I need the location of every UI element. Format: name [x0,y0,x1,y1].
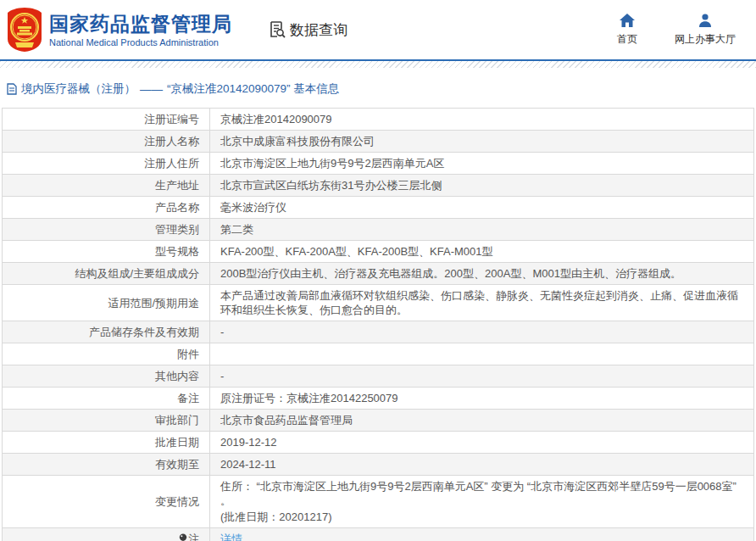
table-row: 注 详情 [3,528,754,541]
row-value: 毫米波治疗仪 [210,197,754,219]
breadcrumb: 境内医疗器械（注册） —— “京械注准20142090079” 基本信息 [0,68,756,108]
note-pin-icon [179,533,187,541]
nmpa-emblem-logo [7,7,42,53]
row-value-text [220,347,743,361]
row-value-text: 200B型治疗仪由主机、治疗器及充电器组成。200型、200A型、M001型由主… [220,266,743,281]
row-label: 适用范围/预期用途 [3,285,210,321]
org-title-cn: 国家药品监督管理局 [49,13,232,35]
row-value-text: - [220,325,743,339]
row-label: 附件 [3,343,210,365]
row-value [210,343,754,365]
data-query-label: 数据查询 [290,20,347,40]
nav-service-hall-label: 网上办事大厅 [675,32,736,47]
home-icon [620,14,635,27]
top-nav: 首页 网上办事大厅 [617,14,736,47]
row-value: 2024-12-11 [210,454,754,476]
table-row: 注册人住所 北京市海淀区上地九街9号9号2层西南单元A区 [3,153,754,175]
row-label: 产品储存条件及有效期 [3,321,210,343]
breadcrumb-detail: “京械注准20142090079” 基本信息 [167,81,339,97]
table-row: 型号规格 KFA-200型、KFA-200A型、KFA-200B型、KFA-M0… [3,241,754,263]
row-value-text: - [220,369,743,383]
row-value-text: 原注册证号：京械注准20142250079 [220,391,743,405]
table-row: 注册证编号 京械注准20142090079 [3,109,754,131]
org-titles: 国家药品监督管理局 National Medical Products Admi… [49,13,232,47]
row-value-text: 北京市食品药品监督管理局 [220,413,743,427]
table-row: 结构及组成/主要组成成分 200B型治疗仪由主机、治疗器及充电器组成。200型、… [3,263,754,285]
row-label: 型号规格 [3,241,210,263]
row-value-text: 北京市宣武区白纸坊东街31号办公楼三层北侧 [220,178,743,192]
row-label: 管理类别 [3,219,210,241]
row-label: 注 [3,528,210,541]
breadcrumb-section: 境内医疗器械（注册） [21,81,136,97]
table-row: 适用范围/预期用途 本产品通过改善局部血液循环对软组织感染、伤口感染、静脉炎、无… [3,285,754,321]
table-row: 产品名称 毫米波治疗仪 [3,197,754,219]
row-value-text: 住所： “北京市海淀区上地九街9号9号2层西南单元A区” 变更为 “北京市海淀区… [220,479,743,508]
row-label: 变更情况 [3,476,210,528]
detail-link[interactable]: 详情 [220,533,242,541]
info-table: 注册证编号 京械注准20142090079 注册人名称 北京中成康富科技股份有限… [2,108,754,541]
row-label: 其他内容 [3,365,210,388]
row-value: 2019-12-12 [210,432,754,454]
row-label: 批准日期 [3,432,210,454]
row-label: 注册证编号 [3,109,210,131]
row-value: - [210,321,754,343]
table-row: 有效期至 2024-12-11 [3,454,754,476]
nav-home-label: 首页 [617,32,637,47]
nav-service-hall[interactable]: 网上办事大厅 [675,14,736,47]
row-value-text: 京械注准20142090079 [220,112,743,126]
row-value: 北京市海淀区上地九街9号9号2层西南单元A区 [210,153,754,175]
table-row: 注册人名称 北京中成康富科技股份有限公司 [3,131,754,153]
table-row: 生产地址 北京市宣武区白纸坊东街31号办公楼三层北侧 [3,175,754,197]
document-icon [7,83,17,95]
row-value: 京械注准20142090079 [210,109,754,131]
row-label: 有效期至 [3,454,210,476]
user-icon [698,14,713,27]
row-label: 注册人住所 [3,153,210,175]
row-value: 原注册证号：京械注准20142250079 [210,388,754,410]
data-query-icon [268,20,286,39]
table-row: 其他内容 - [3,365,754,388]
row-value: 详情 [210,528,754,541]
table-row: 管理类别 第二类 [3,219,754,241]
row-value: - [210,365,754,388]
row-value: 住所： “北京市海淀区上地九街9号9号2层西南单元A区” 变更为 “北京市海淀区… [210,476,754,528]
breadcrumb-dash: —— [140,83,163,96]
row-value: 北京市食品药品监督管理局 [210,410,754,432]
row-value-text: 北京市海淀区上地九街9号9号2层西南单元A区 [220,156,743,170]
table-row: 产品储存条件及有效期 - [3,321,754,343]
org-title-en: National Medical Products Administration [49,37,232,47]
header-hatch-band [0,61,756,68]
row-value: 北京中成康富科技股份有限公司 [210,131,754,153]
row-value-text: 2024-12-11 [220,457,743,471]
row-value: KFA-200型、KFA-200A型、KFA-200B型、KFA-M001型 [210,241,754,263]
row-value-text: 北京中成康富科技股份有限公司 [220,134,743,148]
info-table-body: 注册证编号 京械注准20142090079 注册人名称 北京中成康富科技股份有限… [3,109,754,541]
row-value-text: 本产品通过改善局部血液循环对软组织感染、伤口感染、静脉炎、无菌性炎症起到消炎、止… [220,288,743,317]
row-label: 结构及组成/主要组成成分 [3,263,210,285]
row-value-text: 毫米波治疗仪 [220,200,743,215]
table-row: 批准日期 2019-12-12 [3,432,754,454]
row-label: 审批部门 [3,410,210,432]
row-value: 北京市宣武区白纸坊东街31号办公楼三层北侧 [210,175,754,197]
row-value-text: 第二类 [220,222,743,237]
row-value-text: 2019-12-12 [220,435,743,449]
table-row: 备注 原注册证号：京械注准20142250079 [3,388,754,410]
table-row: 附件 [3,343,754,365]
row-value-text: KFA-200型、KFA-200A型、KFA-200B型、KFA-M001型 [220,244,743,259]
nav-home[interactable]: 首页 [617,14,637,47]
row-value: 第二类 [210,219,754,241]
row-label: 产品名称 [3,197,210,219]
row-value: 本产品通过改善局部血液循环对软组织感染、伤口感染、静脉炎、无菌性炎症起到消炎、止… [210,285,754,321]
row-label: 备注 [3,388,210,410]
table-row: 变更情况 住所： “北京市海淀区上地九街9号9号2层西南单元A区” 变更为 “北… [3,476,754,528]
page-header: 国家药品监督管理局 National Medical Products Admi… [0,0,756,59]
row-label: 注册人名称 [3,131,210,153]
nav-data-query[interactable]: 数据查询 [268,20,347,40]
row-value-text-line2: (批准日期：20201217) [220,510,743,524]
row-value: 200B型治疗仪由主机、治疗器及充电器组成。200型、200A型、M001型由主… [210,263,754,285]
table-row: 审批部门 北京市食品药品监督管理局 [3,410,754,432]
row-label: 生产地址 [3,175,210,197]
